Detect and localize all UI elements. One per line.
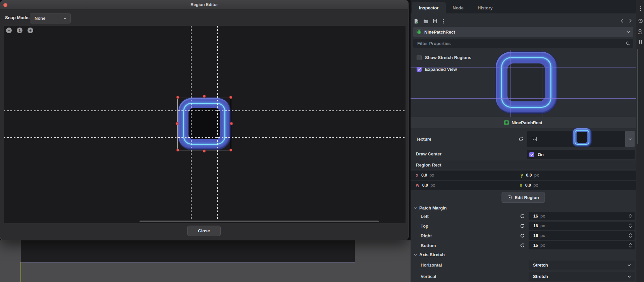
spinner-updown-icon[interactable] [629,243,632,247]
texture-thumbnail[interactable] [572,128,592,147]
chevron-down-icon [629,138,632,140]
region-rect-label: Region Rect [416,162,441,168]
axis-stretch-horizontal-dropdown[interactable]: Stretch [529,261,635,270]
tab-node[interactable]: Node [446,2,471,13]
region-rect-header: Region Rect [411,160,636,169]
texture-thumbnail-center [577,132,587,142]
patch-margin-bottom-label: Bottom [421,243,436,248]
region-rect-x-unit: px [429,173,434,178]
region-rect-x-value[interactable]: 0.0 [421,173,427,178]
patch-margin-top-field[interactable]: 16 px [529,222,635,230]
side-dock: DOC [636,0,644,282]
texture-options-button[interactable] [625,131,635,147]
checkmark-icon [530,153,534,156]
object-selector[interactable]: NinePatchRect [413,27,633,37]
region-editor-canvas[interactable]: − 1 + [4,26,406,223]
patch-margin-right-field[interactable]: 16 px [529,231,635,240]
show-stretch-regions-checkbox[interactable] [417,55,422,60]
texture-region-rect[interactable] [178,97,231,150]
expanded-view-checkbox[interactable] [417,67,422,72]
patch-margin-top-unit: px [540,224,545,228]
draw-center-checkbox[interactable] [529,152,534,157]
dock-kebab-icon[interactable] [636,5,644,11]
region-rect-h-key: h [520,183,522,188]
patch-margin-section-header[interactable]: Patch Margin [414,205,447,210]
handle-top-right[interactable] [229,96,232,99]
viewport-bottom-edge [21,262,355,263]
chevron-down-icon [628,276,631,278]
revert-icon[interactable] [520,214,525,219]
history-forward-icon[interactable] [627,17,634,24]
region-rect-y-key: y [521,173,523,178]
texture-property-label: Texture [416,137,431,142]
edit-region-icon [507,195,512,199]
snap-mode-dropdown[interactable]: None [30,13,71,23]
ninepatch-texture-center [189,108,220,139]
margin-guide-horizontal-bottom[interactable] [4,137,406,138]
patch-margin-left-label: Left [421,214,429,219]
history-clock-icon[interactable] [636,17,644,24]
region-rect-y-unit: px [534,173,539,178]
margin-guide-horizontal-top[interactable] [4,110,406,111]
patch-margin-bottom-field[interactable]: 16 px [529,241,635,249]
filter-properties-input[interactable] [417,41,626,46]
handle-middle-left[interactable] [176,122,179,125]
revert-icon[interactable] [520,243,525,248]
load-resource-folder-icon[interactable] [423,19,428,23]
window-title: Region Editor [191,2,218,7]
region-editor-window: Region Editor Snap Mode: None − 1 + [0,0,409,240]
zoom-reset-button[interactable]: 1 [17,28,22,33]
tab-history-label: History [478,5,493,10]
region-rect-w-value[interactable]: 0.0 [422,183,428,188]
search-docs-icon[interactable]: DOC [636,28,644,36]
expanded-view-row[interactable]: Expanded View [417,67,457,72]
axis-stretch-vertical-dropdown[interactable]: Stretch [529,272,635,281]
ninepatchrect-node-icon [417,30,421,34]
object-selector-label: NinePatchRect [424,30,624,35]
handle-bottom-left[interactable] [176,149,179,152]
ninepatch-preview [495,51,557,114]
draw-center-value-cell: On [527,150,635,159]
patch-margin-left-field[interactable]: 16 px [529,212,635,220]
zoom-in-button[interactable]: + [28,28,33,33]
close-button[interactable]: Close [187,226,221,236]
revert-icon[interactable] [519,137,524,142]
canvas-horizontal-scrollbar[interactable] [140,221,379,222]
doc-badge: DOC [638,33,642,35]
save-resource-icon[interactable] [433,19,437,23]
region-rect-y-value[interactable]: 0.0 [526,173,532,178]
resource-menu-kebab-icon[interactable] [442,19,444,24]
revert-icon[interactable] [520,223,525,228]
spinner-updown-icon[interactable] [629,214,632,218]
new-resource-icon[interactable] [414,19,419,24]
patch-margin-top-label: Top [421,224,428,229]
zoom-reset-icon: 1 [18,29,21,33]
edit-region-button[interactable]: Edit Region [501,192,545,203]
spinner-updown-icon[interactable] [629,224,632,228]
handle-bottom-right[interactable] [229,149,232,152]
inspector-scrollbar[interactable] [637,49,638,144]
handle-top-middle[interactable] [203,95,206,98]
margin-guide-vertical-left[interactable] [191,26,192,223]
viewport-guide-line [20,262,21,282]
revert-icon[interactable] [520,233,525,238]
region-rect-row-wh: w 0.0 px h 0.0 px [411,181,636,190]
tools-sliders-icon[interactable] [636,38,644,45]
window-close-dot[interactable] [3,3,7,7]
handle-middle-right[interactable] [230,122,233,125]
region-editor-titlebar[interactable]: Region Editor [0,0,408,9]
handle-bottom-middle[interactable] [203,150,206,153]
handle-top-left[interactable] [176,96,179,99]
show-stretch-regions-row[interactable]: Show Stretch Regions [417,55,471,60]
axis-stretch-section-header[interactable]: Axis Stretch [414,252,445,257]
tab-inspector[interactable]: Inspector [412,2,446,13]
region-rect-h-value[interactable]: 0.0 [525,183,531,188]
search-icon [626,41,630,46]
show-stretch-regions-label: Show Stretch Regions [425,55,471,60]
spinner-updown-icon[interactable] [629,233,632,238]
close-button-label: Close [198,228,210,233]
tab-history[interactable]: History [471,2,500,13]
history-back-icon[interactable] [619,17,625,24]
zoom-out-button[interactable]: − [6,28,12,33]
margin-guide-vertical-right[interactable] [217,26,218,223]
